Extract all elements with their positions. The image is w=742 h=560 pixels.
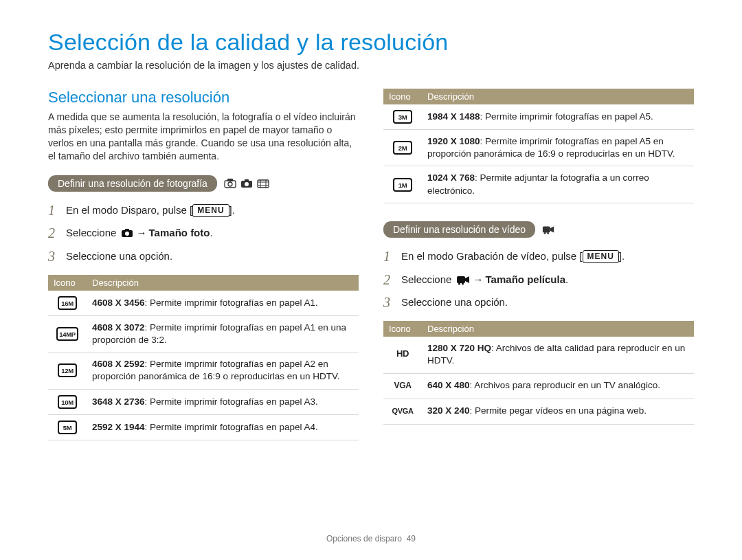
footer-page: 49 — [407, 534, 416, 544]
video-mode-icons — [542, 224, 554, 235]
th-desc: Descripción — [422, 321, 694, 337]
svg-point-16 — [547, 232, 549, 234]
table-row: 10M 3648 X 2736: Permite imprimir fotogr… — [48, 389, 359, 414]
menu-button-icon: MENU — [583, 250, 619, 263]
res-label: 1984 X 1488 — [427, 111, 480, 122]
svg-rect-4 — [245, 179, 249, 181]
table-row: 3M 1984 X 1488: Permite imprimir fotogra… — [383, 104, 694, 130]
res-desc: : Permite imprimir fotografías en papel … — [145, 422, 318, 432]
table-row: 2M 1920 X 1080: Permite imprimir fotogra… — [383, 130, 694, 166]
table-row: 14MP 4608 X 3072: Permite imprimir fotog… — [48, 315, 359, 352]
svg-point-2 — [228, 182, 232, 186]
step-bold: Tamaño película — [486, 273, 565, 285]
res-desc: : Permite imprimir fotografías en papel … — [145, 298, 318, 308]
camera-mode-icon — [240, 178, 253, 189]
res-label: 1280 X 720 HQ — [427, 343, 491, 353]
photo-step-3: Seleccione una opción. — [48, 245, 359, 268]
res-desc: : Permite imprimir fotografías en papel … — [480, 111, 653, 122]
res-label: 640 X 480 — [427, 380, 470, 390]
video-res-table: Icono Descripción HD 1280 X 720 HQ: Arch… — [383, 321, 694, 424]
table-row: 1M 1024 X 768: Permite adjuntar la fotog… — [383, 166, 694, 203]
step-text: En el modo Disparo, pulse [ — [66, 204, 192, 216]
th-desc: Descripción — [87, 275, 359, 291]
step-text: Seleccione — [401, 273, 455, 285]
photo-mode-icons — [224, 178, 269, 189]
res-icon-3m: 3M — [393, 110, 412, 124]
res-icon-14mp: 14MP — [56, 327, 78, 341]
res-desc: : Permite pegar vídeos en una página web… — [470, 405, 647, 416]
svg-rect-6 — [258, 180, 269, 188]
table-row: 5M 2592 X 1944: Permite imprimir fotogra… — [48, 414, 359, 440]
res-icon-qvga: QVGA — [390, 405, 414, 418]
th-icon: Icono — [383, 321, 422, 337]
res-label: 2592 X 1944 — [92, 422, 145, 432]
table-row: QVGA 320 X 240: Permite pegar vídeos en … — [383, 399, 694, 424]
video-pill: Definir una resolución de vídeo — [383, 221, 535, 238]
page-title: Selección de la calidad y la resolución — [48, 29, 694, 56]
svg-point-18 — [458, 282, 460, 284]
photo-step-1: En el modo Disparo, pulse [MENU]. — [48, 199, 359, 222]
left-column: Seleccionar una resolución A medida que … — [48, 89, 359, 440]
res-label: 1024 X 768 — [427, 172, 475, 183]
res-label: 3648 X 2736 — [92, 396, 145, 407]
section-title: Seleccionar una resolución — [48, 89, 359, 107]
step-text: . — [565, 273, 568, 285]
res-icon-16m: 16M — [58, 296, 77, 310]
res-label: 1920 X 1080 — [427, 136, 480, 146]
svg-point-19 — [461, 282, 463, 284]
step-text: Seleccione — [66, 227, 120, 238]
footer: Opciones de disparo 49 — [0, 534, 742, 544]
svg-point-15 — [544, 232, 546, 234]
video-mode-icon — [542, 224, 554, 235]
page-intro: Aprenda a cambiar la resolución de la im… — [48, 60, 694, 71]
res-label: 4608 X 3456 — [92, 298, 145, 308]
svg-point-13 — [125, 232, 129, 236]
res-icon-10m: 10M — [58, 395, 77, 409]
photo-res-table: Icono Descripción 16M 4608 X 3456: Permi… — [48, 275, 359, 440]
svg-rect-14 — [543, 226, 550, 232]
camera-icon — [121, 227, 133, 238]
svg-rect-12 — [125, 229, 129, 231]
scene-mode-icon — [257, 178, 269, 189]
menu-button-icon: MENU — [192, 204, 229, 217]
footer-section: Opciones de disparo — [326, 534, 402, 544]
res-label: 4608 X 3072 — [92, 322, 145, 333]
photo-res-table-cont: Icono Descripción 3M 1984 X 1488: Permit… — [383, 89, 694, 203]
smart-mode-icon — [224, 178, 236, 189]
th-desc: Descripción — [422, 89, 694, 104]
res-desc: : Permite imprimir fotografías en papel … — [145, 396, 318, 407]
photo-step-2: Seleccione →Tamaño foto. — [48, 221, 359, 245]
video-step-1: En el modo Grabación de vídeo, pulse [ME… — [383, 245, 694, 268]
svg-rect-1 — [227, 179, 233, 181]
step-text: ]. — [619, 250, 625, 262]
th-icon: Icono — [383, 89, 422, 104]
table-row: 12M 4608 X 2592: Permite imprimir fotogr… — [48, 352, 359, 389]
arrow-icon: → — [135, 227, 149, 238]
res-icon-hd: HD — [393, 348, 412, 361]
th-icon: Icono — [48, 275, 87, 291]
photo-pill: Definir una resolución de fotografía — [48, 175, 217, 192]
res-label: 4608 X 2592 — [92, 359, 145, 369]
table-row: 16M 4608 X 3456: Permite imprimir fotogr… — [48, 291, 359, 316]
video-step-3: Seleccione una opción. — [383, 291, 694, 314]
table-row: VGA 640 X 480: Archivos para reproducir … — [383, 373, 694, 399]
right-column: Icono Descripción 3M 1984 X 1488: Permit… — [383, 89, 694, 440]
res-desc: : Archivos para reproducir en un TV anal… — [470, 380, 660, 390]
svg-point-5 — [245, 182, 249, 186]
svg-rect-17 — [457, 276, 465, 283]
res-icon-2m: 2M — [393, 141, 412, 155]
section-intro: A medida que se aumenta la resolución, l… — [48, 111, 359, 163]
step-text: En el modo Grabación de vídeo, pulse [ — [401, 250, 583, 262]
video-icon — [456, 274, 470, 285]
video-step-2: Seleccione →Tamaño película. — [383, 268, 694, 291]
res-icon-vga: VGA — [392, 379, 412, 393]
step-text: ]. — [229, 204, 235, 216]
step-text: . — [210, 227, 212, 238]
arrow-icon: → — [471, 273, 486, 285]
res-icon-1m: 1M — [393, 178, 412, 192]
res-label: 320 X 240 — [427, 405, 470, 416]
step-bold: Tamaño foto — [149, 227, 210, 238]
table-row: HD 1280 X 720 HQ: Archivos de alta calid… — [383, 337, 694, 373]
res-icon-5m: 5M — [58, 421, 77, 434]
res-icon-12m: 12M — [58, 363, 77, 377]
